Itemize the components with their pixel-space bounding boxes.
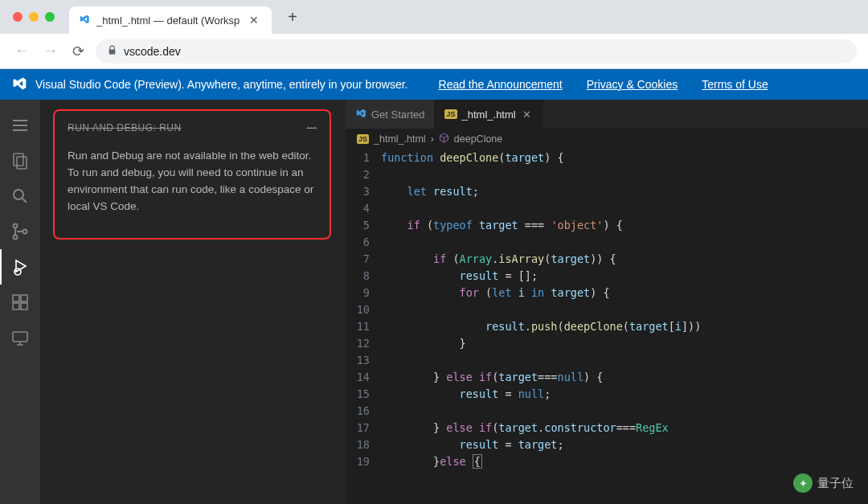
code-editor[interactable]: 12345678910111213141516171819 function d… [346, 150, 868, 504]
extensions-icon[interactable] [0, 285, 40, 320]
tab-label: Get Started [371, 109, 424, 121]
watermark-text: 量子位 [817, 476, 854, 491]
announcement-banner: Visual Studio Code (Preview). Anywhere, … [0, 69, 868, 100]
tab-strip: _html_.html — default (Worksp ✕ + [0, 0, 868, 34]
source-control-icon[interactable] [0, 214, 40, 249]
vscode-icon [11, 76, 27, 94]
search-icon[interactable] [0, 178, 40, 214]
svg-point-4 [14, 236, 18, 240]
debug-callout: RUN AND DEBUG: RUN ⋯ Run and Debug are n… [53, 109, 331, 240]
symbol-icon [439, 133, 449, 145]
close-tab-icon[interactable]: ✕ [521, 109, 533, 121]
forward-button[interactable]: → [40, 39, 61, 63]
explorer-icon[interactable] [0, 143, 40, 178]
wechat-icon: ✦ [793, 473, 813, 493]
browser-chrome: _html_.html — default (Worksp ✕ + [0, 0, 868, 34]
code-content[interactable]: function deepClone(target) { let result;… [381, 150, 868, 504]
debug-panel-title: RUN AND DEBUG: RUN ⋯ [68, 122, 317, 133]
svg-rect-1 [17, 157, 27, 169]
remote-icon[interactable] [0, 320, 40, 355]
banner-link-terms[interactable]: Terms of Use [702, 78, 768, 91]
lock-icon [107, 45, 117, 58]
close-window-button[interactable] [13, 12, 23, 22]
editor-tab-bar: Get Started JS _html_.html ✕ [346, 100, 868, 129]
run-debug-icon[interactable] [0, 249, 40, 285]
url-text: vscode.dev [124, 45, 181, 58]
tab-get-started[interactable]: Get Started [346, 100, 435, 129]
reload-button[interactable]: ⟳ [69, 39, 88, 64]
browser-toolbar: ← → ⟳ vscode.dev [0, 34, 868, 69]
svg-rect-9 [21, 303, 27, 309]
svg-rect-8 [13, 303, 19, 309]
svg-rect-7 [13, 295, 19, 301]
svg-point-2 [14, 190, 23, 199]
watermark: ✦ 量子位 [793, 473, 854, 493]
close-tab-icon[interactable]: ✕ [246, 12, 262, 28]
tab-label: _html_.html [462, 109, 516, 121]
editor-group: Get Started JS _html_.html ✕ JS _html_.h… [346, 100, 868, 504]
js-icon: JS [357, 134, 369, 144]
activity-bar [0, 100, 40, 504]
svg-rect-11 [13, 332, 27, 342]
debug-unavailable-message: Run and Debug are not available in the w… [68, 148, 317, 215]
banner-link-announcement[interactable]: Read the Announcement [439, 78, 563, 91]
address-bar[interactable]: vscode.dev [96, 39, 857, 64]
vscode-icon [79, 14, 90, 27]
maximize-window-button[interactable] [45, 12, 55, 22]
svg-rect-10 [21, 295, 27, 301]
back-button[interactable]: ← [11, 39, 32, 63]
breadcrumb-file: _html_.html [374, 133, 426, 145]
svg-point-5 [23, 230, 27, 234]
banner-text: Visual Studio Code (Preview). Anywhere, … [35, 78, 408, 91]
vscode-icon [355, 108, 366, 121]
svg-point-3 [14, 224, 18, 228]
svg-rect-0 [14, 154, 23, 166]
menu-icon[interactable] [0, 108, 40, 143]
chevron-right-icon: › [431, 133, 434, 145]
js-icon: JS [444, 109, 457, 119]
line-numbers: 12345678910111213141516171819 [346, 150, 381, 504]
browser-tab[interactable]: _html_.html — default (Worksp ✕ [69, 6, 272, 34]
new-tab-button[interactable]: + [281, 5, 304, 30]
debug-sidebar: RUN AND DEBUG: RUN ⋯ Run and Debug are n… [40, 100, 346, 504]
breadcrumbs[interactable]: JS _html_.html › deepClone [346, 129, 868, 150]
tab-html-file[interactable]: JS _html_.html ✕ [435, 100, 542, 129]
window-controls [13, 12, 55, 22]
banner-link-privacy[interactable]: Privacy & Cookies [587, 78, 678, 91]
browser-tab-title: _html_.html — default (Worksp [96, 14, 240, 27]
breadcrumb-symbol: deepClone [454, 133, 502, 145]
minimize-window-button[interactable] [29, 12, 39, 22]
